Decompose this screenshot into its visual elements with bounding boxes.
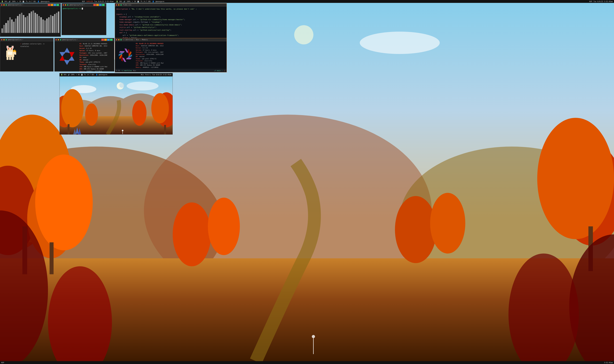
svg-point-10 [35,155,93,250]
user-value-r: @manegarm [155,1,164,2]
chart-bar-11 [23,15,24,33]
chart-bar-7 [15,19,16,33]
maximize-dot-p[interactable] [6,39,7,40]
chart-bar-28 [56,13,57,33]
minimize-dot-e[interactable] [118,4,119,6]
terminal-top-window[interactable]: @mmet@snowfire:~ @mmet@snowfire:~$ [62,3,106,35]
svg-point-15 [173,202,211,266]
chart-window: @mmet@snowfire:~ [0,3,61,37]
chart-bar-21 [42,19,44,33]
warning-label: CAPSLED [86,1,93,2]
time-label: Tue 6/6/23 3:52:45am [94,1,113,2]
editor-right-nix-icon: ⬡ [224,70,225,72]
svg-rect-60 [68,124,70,134]
pokemon-titlebar: @mmet@snowfire:~ [0,38,53,41]
svg-point-62 [151,93,169,123]
pokemon-title: @mmet@snowfire:~ [8,39,23,40]
nf-uptime: Uptime: 17 hours, 6 mins [80,50,107,52]
minimize-dot-n[interactable] [58,39,59,40]
maximize-dot-n[interactable] [60,39,61,40]
close-dot[interactable] [1,4,2,6]
svg-rect-36 [7,56,9,60]
close-dot-e[interactable] [116,4,117,6]
svg-point-19 [294,25,313,44]
nf-host: Host: ASUSTeK COMPUTER INC. G513 [80,45,107,47]
pokemon-command: • pokemon-colorscripts -n ninetales [20,43,52,48]
code-eaf-header: eaf = { [116,31,225,34]
code-home-manager: home-manager.url = "github:nix-community… [116,18,225,21]
code-nix-doom: nix-doom-emacs.url = "github:nix-communi… [116,24,225,26]
close-dot-p[interactable] [1,39,2,40]
nf-r-wm-line: WM: xmonad [136,56,225,58]
minimize-dot-er[interactable] [118,39,119,40]
terminal-top-body[interactable]: @mmet@snowfire:~$ [62,7,106,35]
maximize-dot-e[interactable] [120,4,122,6]
nf-r-kernel-line: Kernel: 6.1.31 [136,47,225,49]
status-bar-bottom-wallpaper: 🔋 96% 🔊 100% ☀ 40 💾 7% (4.7 GB) 👤 @maneg… [59,73,173,76]
maximize-dot-er[interactable] [120,39,122,40]
maximize-dot[interactable] [6,4,7,6]
svg-point-65 [132,100,147,126]
chart-bar-4 [9,17,11,33]
nf-r-host-line: Host: ASUSTeK COMPUTER INC. G513 [136,45,225,47]
chart-bar-6 [13,22,14,33]
close-dot-er[interactable] [116,39,117,40]
workspace-label-r: NSP [589,1,592,2]
nf-gpu: GPU: AMD ATI Radeon RX 6800M [80,68,107,70]
svg-point-64 [85,104,98,126]
maximize-dot-t[interactable] [67,4,69,6]
svg-point-16 [208,198,240,255]
svg-point-27 [312,335,315,338]
status-bar-left-items: 🔋 96% 🔊 100% ☀ 30 💾 7% (4.7 GB) 👤 @maneg… [1,1,81,2]
user-value: @manegarm [41,1,49,2]
editor-right-window[interactable]: ~/.dotfiles — Nix — Memory [115,38,227,72]
chart-bar-8 [17,16,18,33]
chart-bar-9 [19,14,20,33]
chart-bar-17 [35,13,36,33]
svg-point-18 [430,193,465,254]
memory-value-display: 4008MiB / 63718MiB [143,66,158,68]
memory-icon: 💾 [22,1,24,2]
svg-point-59 [61,89,84,127]
minimize-dot[interactable] [3,4,5,6]
editor-right-mode-label: Nix [133,70,136,72]
chart-bar-25 [50,15,52,33]
nf-r-terminal-line: Terminal: alacritty [136,60,225,62]
chart-bar-0 [1,28,3,33]
svg-rect-11 [50,242,54,274]
memory-value: 7% (4.7 GB) [26,1,36,2]
svg-rect-42 [13,50,14,52]
time-label-r: Tue 6/6/23 3:52:45am [594,1,613,2]
close-dot-n[interactable] [56,39,57,40]
memory-icon-r: 💾 [137,1,139,2]
editor-right-branch: ⎇ main ✓ [214,70,223,72]
chart-bar-15 [31,12,32,33]
user-icon-r: 👤 [152,1,154,2]
chart-bar-22 [44,20,46,33]
neofetch-titlebar: @mmet@snowfire:~ [55,38,114,41]
editor-main-title: flake.nix [123,4,131,6]
minimize-dot-t[interactable] [65,4,66,6]
svg-rect-33 [12,46,13,48]
editor-right-statusbar: 0.9% ~/.dotfiles Nix ⎇ main ✓ ⬡ [115,69,227,72]
chart-bar-20 [40,17,42,33]
svg-rect-63 [164,125,166,134]
battery-icon-r: 🔋 [116,1,118,2]
chart-bar-29 [58,12,59,33]
svg-rect-34 [8,48,9,49]
svg-point-17 [395,196,436,263]
sb2-workspace-memory: Memory [145,74,151,76]
chart-bar-16 [33,11,34,33]
editor-right-percent: 0.9% [116,70,120,72]
editor-right-body: OS: NixOS 23.11.20230603.0645825 Host: A… [115,41,227,69]
editor-right-titlebar: ~/.dotfiles — Nix — Memory [115,38,227,41]
code-blank [116,12,225,13]
close-dot-t[interactable] [63,4,64,6]
status-bar-right-left-items: 🔋 96% 🔊 100% ☀ 30 💾 7% (4.7 GB) 👤 @maneg… [116,1,588,2]
chart-area [0,7,61,34]
code-stylix: stylix.url = "github:danth/stylix"; [116,26,225,29]
neofetch-window: @mmet@snowfire:~ [54,38,114,72]
terminal-prompt: @mmet@snowfire:~$ [63,8,82,10]
minimize-dot-p[interactable] [3,39,5,40]
chart-bar-23 [46,19,48,33]
